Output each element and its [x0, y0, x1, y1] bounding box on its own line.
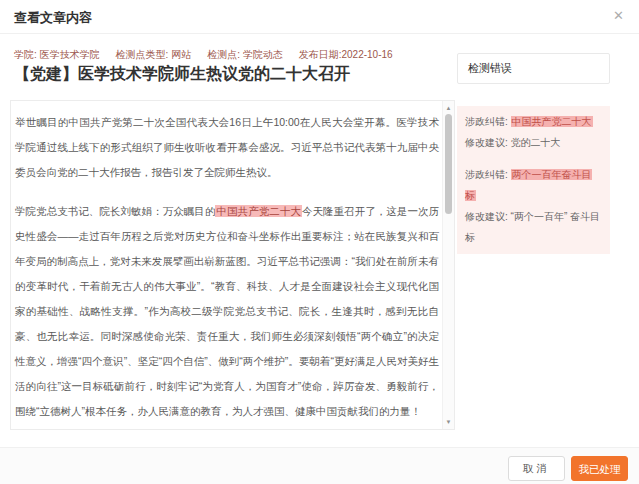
- paragraph-2: 学院党总支书记、院长刘敏娟：万众瞩目的中国共产党二十大今天隆重召开了，这是一次历…: [15, 199, 439, 424]
- dialog-footer: 取消 我已处理: [0, 447, 639, 484]
- view-article-dialog: 查看文章内容 ✕ 学院:医学技术学院 检测点类型:网站 检测点:学院动态 发布日…: [0, 0, 639, 484]
- error-line: 涉政纠错: 中国共产党二十大: [465, 111, 602, 132]
- processed-button[interactable]: 我已处理: [571, 456, 628, 481]
- cancel-button[interactable]: 取消: [508, 456, 565, 481]
- close-icon[interactable]: ✕: [613, 8, 624, 24]
- meta-publish-date: 发布日期:2022-10-16: [299, 49, 393, 60]
- scroll-up-icon[interactable]: ▲: [443, 103, 454, 113]
- meta-college: 学院:医学技术学院: [14, 49, 100, 60]
- vertical-scrollbar[interactable]: ▲ ▼: [442, 101, 454, 429]
- article-title: 【党建】医学技术学院师生热议党的二十大召开: [14, 64, 454, 85]
- error-term-highlight: 中国共产党二十大: [511, 116, 593, 127]
- suggestion-line: 修改建议: “两个一百年” 奋斗目标: [465, 206, 602, 248]
- dialog-title: 查看文章内容: [14, 9, 92, 27]
- flagged-term-highlight: 中国共产党二十大: [215, 205, 301, 217]
- article-body: 举世瞩目的中国共产党第二十次全国代表大会16日上午10:00在人民大会堂开幕。医…: [15, 101, 439, 430]
- scroll-down-icon[interactable]: ▼: [443, 417, 454, 427]
- meta-point-type: 检测点类型:网站: [116, 49, 192, 60]
- dialog-header: 查看文章内容 ✕: [0, 0, 639, 34]
- detection-error-item: 涉政纠错: 两个一百年奋斗目标 修改建议: “两个一百年” 奋斗目标: [457, 159, 610, 254]
- detection-error-item: 涉政纠错: 中国共产党二十大 修改建议: 党的二十大: [457, 106, 610, 159]
- detection-errors-header: 检测错误: [457, 53, 610, 84]
- suggestion-line: 修改建议: 党的二十大: [465, 132, 602, 153]
- article-content-scroll-area[interactable]: 举世瞩目的中国共产党第二十次全国代表大会16日上午10:00在人民大会堂开幕。医…: [10, 100, 455, 430]
- paragraph-1: 举世瞩目的中国共产党第二十次全国代表大会16日上午10:00在人民大会堂开幕。医…: [15, 110, 439, 185]
- article-meta: 学院:医学技术学院 检测点类型:网站 检测点:学院动态 发布日期:2022-10…: [14, 48, 406, 62]
- scrollbar-thumb[interactable]: [445, 114, 452, 214]
- error-line: 涉政纠错: 两个一百年奋斗目标: [465, 164, 602, 206]
- meta-point: 检测点:学院动态: [207, 49, 283, 60]
